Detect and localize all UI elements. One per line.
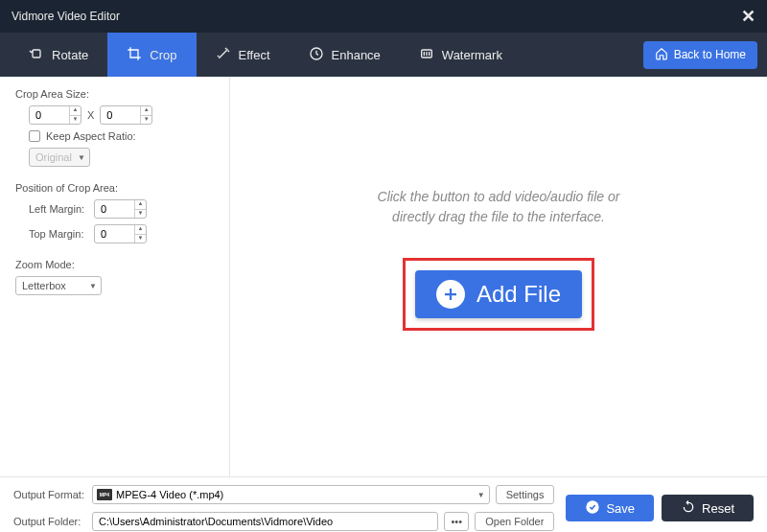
position-section: Position of Crop Area: Left Margin: ▲▼ T…	[15, 182, 214, 243]
dots-icon: •••	[451, 516, 462, 527]
section-title: Position of Crop Area:	[15, 182, 214, 194]
reset-button[interactable]: Reset	[662, 495, 754, 521]
open-folder-button[interactable]: Open Folder	[475, 512, 554, 531]
toolbar: Rotate Crop Effect Enhance Watermark Bac…	[0, 33, 767, 77]
section-title: Crop Area Size:	[15, 88, 214, 100]
output-format-select[interactable]: MP4 MPEG-4 Video (*.mp4) ▼	[92, 485, 490, 504]
main-area[interactable]: Click the button to add video/audio file…	[230, 77, 767, 476]
output-format-label: Output Format:	[13, 489, 86, 500]
titlebar: Vidmore Video Editor ✕	[0, 0, 767, 33]
mp4-icon: MP4	[97, 489, 112, 500]
left-margin-label: Left Margin:	[29, 203, 88, 215]
chevron-down-icon: ▼	[78, 153, 85, 162]
reset-icon	[681, 499, 696, 518]
highlight-box: Add File	[403, 258, 594, 331]
separator-x: X	[87, 109, 94, 121]
tab-rotate[interactable]: Rotate	[10, 33, 107, 77]
hint-text: Click the button to add video/audio file…	[378, 187, 620, 227]
sidebar: Crop Area Size: ▲▼ X ▲▼ Keep Aspect Rati…	[0, 77, 230, 476]
spinner-icon[interactable]: ▲▼	[134, 200, 146, 218]
zoom-mode-select[interactable]: Letterbox ▼	[15, 276, 102, 295]
browse-button[interactable]: •••	[444, 512, 469, 531]
footer: Output Format: MP4 MPEG-4 Video (*.mp4) …	[0, 476, 767, 532]
zoom-mode-value: Letterbox	[22, 280, 66, 291]
keep-aspect-checkbox[interactable]	[29, 130, 40, 142]
crop-icon	[127, 46, 142, 64]
spinner-icon[interactable]: ▲▼	[140, 106, 151, 124]
save-button[interactable]: Save	[566, 495, 654, 521]
svg-rect-0	[33, 50, 40, 58]
tab-enhance[interactable]: Enhance	[290, 33, 400, 77]
hint-line: directly drag the file to the interface.	[378, 207, 620, 227]
aspect-ratio-value: Original	[35, 151, 72, 163]
hint-line: Click the button to add video/audio file…	[378, 187, 620, 207]
tab-label: Rotate	[52, 48, 88, 62]
aspect-ratio-select: Original ▼	[29, 148, 90, 167]
save-label: Save	[606, 501, 635, 516]
add-file-label: Add File	[476, 281, 561, 308]
add-file-button[interactable]: Add File	[415, 270, 582, 318]
settings-label: Settings	[506, 489, 545, 500]
output-folder-label: Output Folder:	[13, 516, 86, 527]
tab-effect[interactable]: Effect	[197, 33, 290, 77]
output-folder-input[interactable]	[92, 512, 438, 531]
tab-label: Enhance	[332, 48, 381, 62]
crop-area-size-section: Crop Area Size: ▲▼ X ▲▼ Keep Aspect Rati…	[15, 88, 214, 167]
tab-watermark[interactable]: Watermark	[400, 33, 522, 77]
app-title: Vidmore Video Editor	[12, 10, 120, 23]
tab-label: Crop	[150, 48, 176, 62]
chevron-down-icon: ▼	[89, 282, 97, 290]
plus-circle-icon	[436, 280, 465, 309]
content-area: Crop Area Size: ▲▼ X ▲▼ Keep Aspect Rati…	[0, 77, 767, 476]
settings-button[interactable]: Settings	[496, 485, 555, 504]
output-format-value: MPEG-4 Video (*.mp4)	[116, 489, 223, 500]
back-home-button[interactable]: Back to Home	[643, 41, 757, 69]
home-icon	[655, 47, 668, 63]
tab-label: Effect	[239, 48, 270, 62]
zoom-section: Zoom Mode: Letterbox ▼	[15, 259, 214, 295]
effect-icon	[216, 46, 231, 64]
section-title: Zoom Mode:	[15, 259, 214, 270]
keep-aspect-label: Keep Aspect Ratio:	[46, 130, 136, 142]
top-margin-label: Top Margin:	[29, 228, 88, 240]
close-icon[interactable]: ✕	[741, 6, 755, 27]
spinner-icon[interactable]: ▲▼	[69, 106, 81, 124]
check-circle-icon	[585, 499, 600, 518]
open-folder-label: Open Folder	[485, 516, 544, 527]
chevron-down-icon: ▼	[477, 491, 485, 499]
reset-label: Reset	[702, 501, 734, 516]
watermark-icon	[419, 46, 434, 64]
rotate-icon	[29, 46, 44, 64]
enhance-icon	[309, 46, 324, 64]
back-home-label: Back to Home	[674, 48, 746, 61]
tab-label: Watermark	[442, 48, 502, 62]
spinner-icon[interactable]: ▲▼	[134, 225, 146, 243]
tab-crop[interactable]: Crop	[107, 33, 196, 77]
